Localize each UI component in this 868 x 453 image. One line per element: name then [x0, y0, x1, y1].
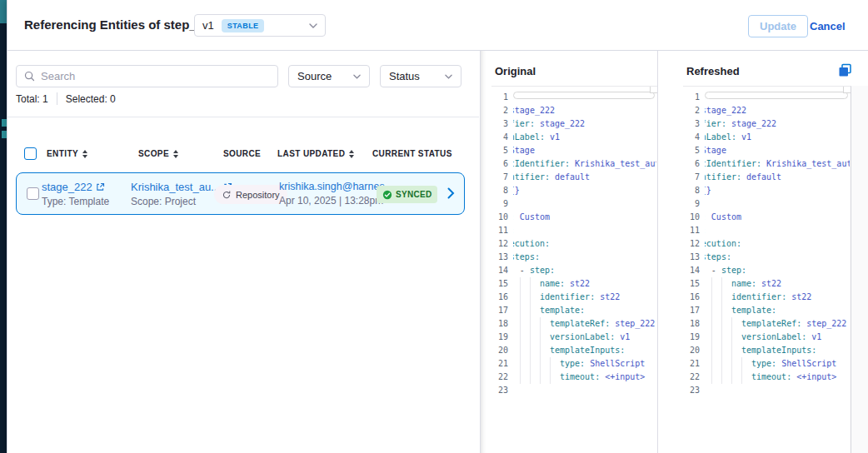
entity-link[interactable]: stage_222: [42, 181, 109, 193]
code-line: identifier: stage_222: [513, 117, 656, 131]
chevron-right-icon[interactable]: [447, 187, 455, 199]
line-number: 14: [491, 264, 508, 277]
code-line: name: st22: [705, 277, 850, 291]
indent-guide: [711, 277, 712, 291]
source-filter-dropdown[interactable]: Source: [288, 65, 370, 87]
line-number: 2: [683, 104, 700, 117]
line-number: 12: [491, 237, 508, 251]
code-line: identifier: st22: [705, 291, 850, 304]
code-scroll-area[interactable]: template: name: stage_222 identifier: st…: [513, 91, 656, 453]
indent-guide: [721, 371, 722, 384]
column-header-current-status: CURRENT STATUS: [372, 149, 452, 158]
indent-guide: [550, 357, 551, 371]
horizontal-scrollbar[interactable]: [705, 92, 848, 99]
line-number: 23: [491, 384, 508, 397]
status-filter-dropdown[interactable]: Status: [380, 65, 461, 87]
chevron-down-icon: [309, 23, 317, 28]
indent-guide: [540, 331, 541, 344]
indent-guide: [721, 357, 722, 371]
version-value: v1: [202, 19, 214, 32]
line-number-gutter: 1234567891011121314151617181920212223: [683, 91, 700, 397]
code-line: versionLabel: v1: [705, 331, 850, 344]
indent-guide: [741, 357, 742, 371]
indent-guide: [721, 331, 722, 344]
indent-guide: [520, 304, 521, 317]
code-line: spec:: [705, 197, 850, 211]
sort-icon[interactable]: [82, 150, 87, 158]
line-number: 13: [491, 251, 508, 264]
indent-guide: [721, 277, 722, 291]
selected-count: Selected: 0: [66, 93, 116, 105]
search-input[interactable]: [41, 70, 270, 82]
line-number: 8: [491, 184, 508, 197]
indent-guide: [530, 357, 531, 371]
chevron-down-icon: [353, 74, 361, 79]
copy-icon[interactable]: [837, 62, 854, 79]
entity-type: Type: Template: [42, 196, 109, 207]
stable-badge: STABLE: [222, 19, 265, 32]
indent-guide: [721, 291, 722, 304]
code-line: steps:: [705, 251, 850, 264]
line-number: 18: [491, 317, 508, 331]
source-badge: Repository: [214, 185, 287, 204]
code-content: template: name: stage_222 identifier: st…: [513, 91, 656, 397]
summary-separator: [57, 92, 57, 105]
sort-icon[interactable]: [173, 150, 178, 158]
line-number: 1: [491, 91, 508, 104]
code-line: projectIdentifier: Krishika_test_aut: [513, 157, 656, 171]
code-line: spec:: [705, 224, 850, 237]
column-header-entity[interactable]: ENTITY: [47, 149, 87, 158]
indent-guide: [711, 317, 712, 331]
code-line: templateInputs:: [513, 344, 656, 357]
repository-icon: [222, 190, 232, 200]
code-scroll-area[interactable]: template: name: stage_222 identifier: st…: [705, 91, 850, 453]
indent-guide: [721, 317, 722, 331]
refreshed-code-editor[interactable]: 1234567891011121314151617181920212223 te…: [683, 86, 851, 453]
code-line: templateRef: step_222: [513, 317, 656, 331]
select-all-checkbox[interactable]: [24, 147, 37, 160]
code-line: orgIdentifier: default: [513, 171, 656, 184]
indent-guide: [540, 371, 541, 384]
update-button[interactable]: Update: [748, 15, 808, 37]
line-number: 22: [491, 371, 508, 384]
code-line: projectIdentifier: Krishika_test_aut: [705, 157, 850, 171]
indent-guide: [530, 317, 531, 331]
code-line: timeout: <+input>: [513, 371, 656, 384]
status-filter-label: Status: [389, 70, 420, 82]
code-line: name: stage_222: [513, 104, 656, 117]
line-number: 1: [683, 91, 700, 104]
diff-panels: Original Refreshed 123456789101112131415…: [480, 51, 868, 453]
code-line: timeout: <+input>: [705, 371, 850, 384]
line-number: 15: [683, 277, 700, 291]
row-checkbox[interactable]: [27, 187, 39, 200]
indent-guide: [540, 317, 541, 331]
code-line: [705, 384, 850, 397]
column-header-scope[interactable]: SCOPE: [138, 149, 178, 158]
results-summary: Total: 1 Selected: 0: [16, 92, 116, 105]
line-number: 20: [491, 344, 508, 357]
code-line: name: st22: [513, 277, 656, 291]
app-sidebar-sliver: [0, 0, 7, 453]
line-number: 3: [683, 117, 700, 131]
indent-guide: [530, 291, 531, 304]
sort-icon[interactable]: [349, 150, 354, 158]
search-icon: [24, 71, 35, 82]
cancel-button[interactable]: Cancel: [810, 20, 846, 32]
line-number: 17: [491, 304, 508, 317]
code-line: tags: {}: [513, 184, 656, 197]
status-badge: SYNCED: [377, 186, 437, 203]
table-row[interactable]: stage_222 Type: Template Krishika_test_a…: [16, 172, 465, 215]
indent-guide: [540, 344, 541, 357]
indent-guide: [731, 331, 732, 344]
original-code-editor[interactable]: 1234567891011121314151617181920212223 te…: [491, 86, 657, 453]
horizontal-scrollbar[interactable]: [513, 92, 655, 99]
code-line: templateInputs:: [705, 344, 850, 357]
code-line: - step:: [513, 264, 656, 277]
line-number: 16: [683, 291, 700, 304]
code-line: identifier: stage_222: [705, 117, 850, 131]
line-number: 11: [683, 224, 700, 237]
version-dropdown[interactable]: v1 STABLE: [194, 14, 326, 37]
column-header-last-updated[interactable]: LAST UPDATED: [277, 149, 354, 158]
chevron-down-icon: [445, 74, 452, 79]
scrollbar-corner: [650, 87, 657, 93]
